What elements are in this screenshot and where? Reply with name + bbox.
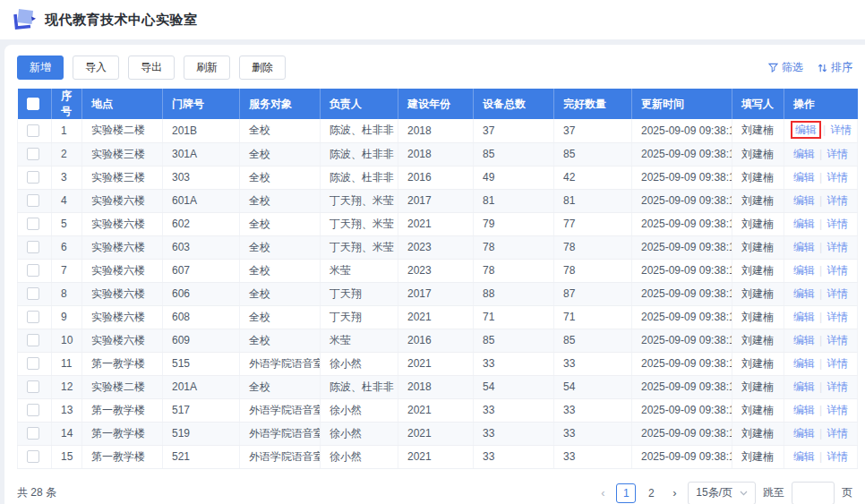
edit-link[interactable]: 编辑 bbox=[793, 357, 815, 370]
cell-actions: 编辑|详情 bbox=[784, 212, 858, 235]
cell-year: 2018 bbox=[398, 375, 474, 398]
detail-link[interactable]: 详情 bbox=[826, 148, 848, 160]
edit-link[interactable]: 编辑 bbox=[793, 427, 815, 440]
table-row: 2实验楼三楼301A全校陈波、杜非非201885852025-09-09 09:… bbox=[18, 142, 858, 166]
delete-button[interactable]: 删除 bbox=[239, 56, 286, 80]
filter-button[interactable]: 筛选 bbox=[768, 60, 803, 75]
col-header-room: 门牌号 bbox=[163, 89, 240, 119]
app-header: 现代教育技术中心实验室 bbox=[0, 0, 865, 39]
detail-link[interactable]: 详情 bbox=[826, 287, 848, 300]
detail-link[interactable]: 详情 bbox=[826, 311, 848, 323]
cell-total: 33 bbox=[474, 445, 554, 468]
action-divider: | bbox=[819, 171, 822, 184]
export-button[interactable]: 导出 bbox=[128, 56, 175, 80]
edit-link[interactable]: 编辑 bbox=[793, 241, 815, 253]
row-checkbox[interactable] bbox=[27, 148, 39, 160]
sort-arrows-icon bbox=[818, 63, 827, 73]
cell-room: 201B bbox=[163, 119, 240, 142]
detail-link[interactable]: 详情 bbox=[826, 427, 848, 440]
sort-button[interactable]: 排序 bbox=[818, 60, 852, 75]
table-row: 12实验楼二楼201A全校陈波、杜非非201854542025-09-09 09… bbox=[18, 375, 858, 398]
row-checkbox[interactable] bbox=[27, 264, 39, 277]
select-all-checkbox[interactable] bbox=[27, 98, 39, 110]
cell-year: 2023 bbox=[398, 259, 474, 282]
row-checkbox[interactable] bbox=[27, 241, 39, 253]
detail-link[interactable]: 详情 bbox=[826, 241, 848, 253]
edit-link[interactable]: 编辑 bbox=[793, 404, 815, 416]
cell-seq: 6 bbox=[52, 235, 82, 259]
cell-actions: 编辑|详情 bbox=[784, 398, 858, 422]
cell-actions: 编辑|详情 bbox=[784, 305, 858, 329]
detail-link[interactable]: 详情 bbox=[826, 171, 848, 184]
action-divider: | bbox=[819, 311, 822, 323]
import-button[interactable]: 导入 bbox=[73, 56, 119, 80]
table-row: 11第一教学楼515外语学院语音室徐小然202133332025-09-09 0… bbox=[18, 352, 858, 375]
cell-updated: 2025-09-09 09:38:12 bbox=[632, 398, 732, 422]
cell-actions: 编辑|详情 bbox=[784, 445, 858, 468]
detail-link[interactable]: 详情 bbox=[830, 124, 852, 136]
cell-year: 2021 bbox=[398, 422, 474, 445]
cell-location: 第一教学楼 bbox=[82, 398, 163, 422]
row-checkbox[interactable] bbox=[27, 171, 39, 184]
page-size-select[interactable]: 15条/页 bbox=[688, 482, 756, 504]
edit-link[interactable]: 编辑 bbox=[793, 194, 815, 207]
edit-link[interactable]: 编辑 bbox=[793, 148, 815, 160]
page-number-1[interactable]: 1 bbox=[616, 483, 636, 503]
row-checkbox[interactable] bbox=[27, 194, 39, 207]
cell-year: 2021 bbox=[398, 352, 474, 375]
cell-total: 78 bbox=[474, 259, 554, 282]
detail-link[interactable]: 详情 bbox=[826, 404, 848, 416]
table-row: 1实验楼二楼201B全校陈波、杜非非201837372025-09-09 09:… bbox=[18, 119, 858, 142]
row-checkbox[interactable] bbox=[27, 404, 39, 416]
detail-link[interactable]: 详情 bbox=[826, 334, 848, 346]
next-page-icon[interactable]: › bbox=[668, 486, 681, 500]
cell-updated: 2025-09-09 09:38:12 bbox=[632, 375, 732, 398]
cell-year: 2016 bbox=[398, 329, 474, 352]
edit-link[interactable]: 编辑 bbox=[793, 450, 815, 463]
jump-page-input[interactable] bbox=[792, 482, 835, 504]
page-number-2[interactable]: 2 bbox=[641, 483, 661, 503]
detail-link[interactable]: 详情 bbox=[826, 264, 848, 277]
row-checkbox[interactable] bbox=[27, 357, 39, 370]
cell-room: 602 bbox=[163, 212, 240, 235]
row-checkbox[interactable] bbox=[27, 334, 39, 346]
cell-year: 2021 bbox=[398, 305, 474, 329]
cell-location: 实验楼六楼 bbox=[82, 329, 163, 352]
page-unit-label: 页 bbox=[842, 485, 852, 500]
edit-link[interactable]: 编辑 bbox=[791, 121, 821, 139]
cell-location: 实验楼六楼 bbox=[82, 189, 163, 212]
edit-link[interactable]: 编辑 bbox=[793, 287, 815, 300]
action-divider: | bbox=[819, 218, 822, 230]
row-checkbox[interactable] bbox=[27, 450, 39, 463]
content-card: 新增 导入 导出 刷新 删除 筛选 排序 bbox=[4, 45, 865, 504]
detail-link[interactable]: 详情 bbox=[826, 357, 848, 370]
row-checkbox[interactable] bbox=[27, 380, 39, 393]
cell-manager: 陈波、杜非非 bbox=[321, 142, 398, 166]
refresh-button[interactable]: 刷新 bbox=[184, 56, 230, 80]
edit-link[interactable]: 编辑 bbox=[793, 334, 815, 346]
add-button[interactable]: 新增 bbox=[17, 56, 64, 80]
row-checkbox[interactable] bbox=[27, 218, 39, 230]
cell-actions: 编辑|详情 bbox=[784, 422, 858, 445]
cell-seq: 14 bbox=[52, 422, 82, 445]
detail-link[interactable]: 详情 bbox=[826, 380, 848, 393]
cell-actions: 编辑|详情 bbox=[784, 375, 858, 398]
detail-link[interactable]: 详情 bbox=[826, 194, 848, 207]
edit-link[interactable]: 编辑 bbox=[793, 311, 815, 323]
detail-link[interactable]: 详情 bbox=[826, 218, 848, 230]
cell-manager: 陈波、杜非非 bbox=[321, 119, 398, 142]
row-checkbox[interactable] bbox=[27, 427, 39, 440]
row-checkbox[interactable] bbox=[27, 287, 39, 300]
row-checkbox[interactable] bbox=[27, 311, 39, 323]
toolbar: 新增 导入 导出 刷新 删除 筛选 排序 bbox=[4, 45, 865, 89]
edit-link[interactable]: 编辑 bbox=[793, 264, 815, 277]
edit-link[interactable]: 编辑 bbox=[793, 218, 815, 230]
cell-seq: 10 bbox=[52, 329, 82, 352]
edit-link[interactable]: 编辑 bbox=[793, 171, 815, 184]
row-checkbox[interactable] bbox=[27, 124, 39, 137]
prev-page-icon[interactable]: ‹ bbox=[596, 486, 609, 500]
cell-manager: 徐小然 bbox=[321, 398, 398, 422]
edit-link[interactable]: 编辑 bbox=[793, 380, 815, 393]
detail-link[interactable]: 详情 bbox=[826, 450, 848, 463]
cell-actions: 编辑|详情 bbox=[784, 166, 858, 189]
